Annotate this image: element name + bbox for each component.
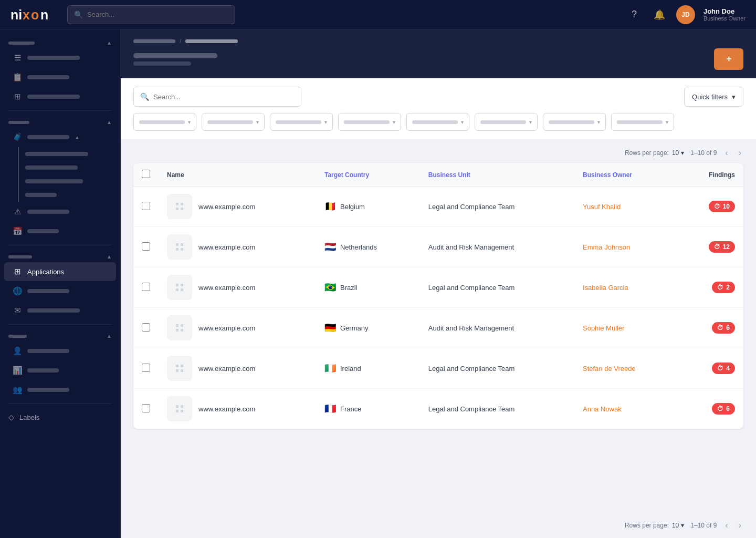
bottom-rows-value: 10 <box>672 522 679 529</box>
findings-count: 10 <box>723 203 730 210</box>
section-chevron-4: ▲ <box>107 333 112 339</box>
sidebar-item-labels[interactable]: ◇ Labels <box>0 408 120 426</box>
svg-rect-25 <box>181 405 183 408</box>
sidebar-item-applications[interactable]: ⊞ Applications <box>4 262 116 281</box>
sidebar-item-2[interactable]: 📋 <box>4 68 116 87</box>
owner-name[interactable]: Stefan de Vreede <box>583 365 636 373</box>
row-check-cell <box>133 267 159 308</box>
table-search-input[interactable] <box>153 93 295 101</box>
page-header-row: ＋ <box>133 48 743 78</box>
sidebar-item-email[interactable]: ✉ <box>4 301 116 320</box>
rows-per-page-control: Rows per page: 10 ▾ <box>625 149 684 157</box>
business-unit-name: Audit and Risk Management <box>428 243 514 251</box>
table-top-controls: Rows per page: 10 ▾ 1–10 of 9 ‹ › <box>133 139 743 163</box>
add-button[interactable]: ＋ <box>714 48 743 70</box>
country-flag: 🇩🇪 <box>324 322 336 334</box>
row-owner-cell: Isabella Garcia <box>574 267 679 308</box>
row-checkbox-1[interactable] <box>142 242 150 251</box>
search-icon: 🔍 <box>74 11 83 19</box>
owner-name[interactable]: Emma Johnson <box>583 243 630 251</box>
app-name-group: www.example.com <box>167 275 308 300</box>
row-country-cell: 🇫🇷 France <box>316 389 420 429</box>
sidebar-divider-1 <box>8 110 112 111</box>
country-flag: 🇧🇷 <box>324 282 336 293</box>
filter-bar-8 <box>617 120 663 124</box>
quick-filters-button[interactable]: Quick filters ▾ <box>684 87 743 107</box>
sidebar-item-calendar[interactable]: 📅 <box>4 222 116 241</box>
country-name: Ireland <box>340 365 361 373</box>
filter-dropdown-8[interactable]: ▾ <box>611 113 674 131</box>
owner-name[interactable]: Sophie Müller <box>583 324 625 332</box>
row-country-cell: 🇮🇪 Ireland <box>316 348 420 389</box>
table-search-bar[interactable]: 🔍 <box>133 87 301 107</box>
notifications-button[interactable]: 🔔 <box>651 6 668 23</box>
sidebar-section-header-1[interactable]: ▲ <box>0 36 120 48</box>
global-search-input[interactable] <box>87 11 228 18</box>
app-thumbnail <box>167 275 192 300</box>
owner-name[interactable]: Isabella Garcia <box>583 284 628 292</box>
row-bu-cell: Legal and Compliance Team <box>420 348 574 389</box>
sidebar-item-3[interactable]: ⊞ <box>4 87 116 106</box>
sidebar-sub-item-2[interactable] <box>25 161 120 174</box>
global-search-bar[interactable]: 🔍 <box>67 5 235 24</box>
bottom-pagination-next-button[interactable]: › <box>737 519 743 532</box>
select-all-checkbox[interactable] <box>142 170 150 178</box>
filter-dropdown-5[interactable]: ▾ <box>406 113 469 131</box>
row-findings-cell: ⏱ 6 <box>679 308 743 348</box>
owner-name[interactable]: Yusuf Khalid <box>583 203 621 211</box>
bottom-pagination-prev-button[interactable]: ‹ <box>723 519 730 532</box>
svg-rect-24 <box>176 405 178 408</box>
row-checkbox-4[interactable] <box>142 364 150 372</box>
owner-name[interactable]: Anna Nowak <box>583 405 622 413</box>
sidebar-item-globe[interactable]: 🌐 <box>4 282 116 301</box>
business-unit-name: Legal and Compliance Team <box>428 203 515 211</box>
breadcrumb: / <box>133 38 743 44</box>
filter-dropdown-3[interactable]: ▾ <box>270 113 333 131</box>
row-owner-cell: Stefan de Vreede <box>574 348 679 389</box>
app-thumbnail <box>167 234 192 260</box>
pagination-next-button[interactable]: › <box>737 147 743 159</box>
sidebar-sub-item-1[interactable] <box>25 147 120 161</box>
help-button[interactable]: ? <box>626 6 643 23</box>
row-checkbox-2[interactable] <box>142 283 150 291</box>
sidebar-section-header-2[interactable]: ▲ <box>0 115 120 127</box>
section-label-bar-3 <box>8 255 32 258</box>
row-checkbox-5[interactable] <box>142 404 150 412</box>
filter-dropdown-1[interactable]: ▾ <box>133 113 196 131</box>
row-country-cell: 🇩🇪 Germany <box>316 308 420 348</box>
business-unit-name: Audit and Risk Management <box>428 324 514 332</box>
rows-per-page-select[interactable]: 10 ▾ <box>672 149 684 157</box>
sidebar-sub-item-3[interactable] <box>25 174 120 188</box>
sidebar-item-1[interactable]: ☰ <box>4 48 116 67</box>
svg-rect-8 <box>176 243 178 246</box>
filter-dropdown-7[interactable]: ▾ <box>543 113 606 131</box>
section-chevron-1: ▲ <box>107 40 112 46</box>
sidebar-section-header-3[interactable]: ▲ <box>0 250 120 262</box>
logo[interactable]: ni x o n <box>10 5 52 24</box>
main-content: / ＋ 🔍 Quick filters <box>121 29 756 538</box>
col-header-check <box>133 163 159 187</box>
calendar-icon: 📅 <box>13 226 22 236</box>
svg-rect-13 <box>181 284 183 286</box>
sidebar-item-team[interactable]: 👥 <box>4 380 116 399</box>
filter-dropdown-4[interactable]: ▾ <box>338 113 401 131</box>
svg-rect-19 <box>181 329 183 332</box>
sidebar-item-chart[interactable]: 📊 <box>4 361 116 380</box>
row-checkbox-3[interactable] <box>142 323 150 332</box>
filter-dropdown-6[interactable]: ▾ <box>475 113 538 131</box>
rows-per-page-label: Rows per page: <box>625 149 669 157</box>
filter-dropdown-2[interactable]: ▾ <box>202 113 265 131</box>
col-header-name: Name <box>159 163 316 187</box>
country-name: France <box>340 405 361 413</box>
row-checkbox-0[interactable] <box>142 202 150 210</box>
sidebar-item-user[interactable]: 👤 <box>4 342 116 360</box>
sidebar-sub-item-4[interactable] <box>25 188 120 202</box>
sidebar-section-header-4[interactable]: ▲ <box>0 329 120 341</box>
pagination-prev-button[interactable]: ‹ <box>723 147 730 159</box>
svg-rect-17 <box>181 324 183 327</box>
findings-badge: ⏱ 10 <box>709 201 735 212</box>
clipboard-icon: 📋 <box>13 73 22 82</box>
sidebar-item-warning[interactable]: ⚠ <box>4 202 116 221</box>
sidebar-item-travel[interactable]: 🧳 ▲ <box>4 128 116 147</box>
bottom-rows-select[interactable]: 10 ▾ <box>672 522 684 529</box>
